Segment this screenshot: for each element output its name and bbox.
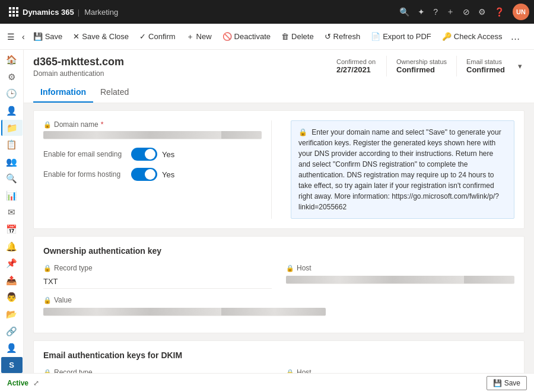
sidebar-item-s[interactable]: S [1, 357, 23, 373]
footer-left: Active ⤢ [7, 379, 39, 387]
enable-email-knob [145, 149, 155, 160]
check-access-button[interactable]: 🔑 Check Access [437, 28, 507, 44]
info-lock-icon: 🔒 [298, 128, 307, 136]
ownership-label: Ownership status [396, 58, 447, 65]
ownership-value: Confirmed [396, 65, 447, 74]
svg-rect-2 [16, 7, 18, 9]
dkim-row1-host-label: 🔒 Host [286, 368, 514, 373]
dkim-r1-lock-icon: 🔒 [43, 369, 52, 374]
ownership-section-title: Ownership authentication key [43, 246, 514, 256]
save-close-icon: ✕ [73, 32, 80, 41]
svg-rect-6 [9, 14, 11, 17]
ownership-value-label: 🔒 Value [43, 296, 514, 304]
footer-status: Active [7, 379, 28, 387]
domain-info-box: 🔒 Enter your domain name and select "Sav… [291, 120, 514, 219]
sidebar-item-home[interactable]: 🏠 [1, 52, 23, 68]
back-button[interactable]: ‹ [20, 30, 27, 44]
domain-info-text: Enter your domain name and select "Save"… [298, 128, 501, 211]
confirm-icon: ✓ [139, 32, 146, 41]
domain-two-col: 🔒 Domain name * Enable for email sending [43, 120, 514, 219]
sidebar-item-link[interactable]: 🔗 [1, 323, 23, 339]
enable-forms-value: Yes [162, 170, 174, 179]
sidebar-item-list[interactable]: 📋 [1, 137, 23, 153]
enable-forms-label: Enable for forms hosting [43, 170, 126, 179]
svg-rect-4 [12, 11, 15, 13]
sidebar-item-people[interactable]: 👥 [1, 154, 23, 170]
sidebar-item-pin[interactable]: 📌 [1, 256, 23, 272]
refresh-button[interactable]: ↺ Refresh [320, 28, 365, 44]
sidebar-item-notifications[interactable]: 🔔 [1, 238, 23, 254]
dkim-r1-host-lock-icon: 🔒 [286, 369, 294, 374]
more-commands-button[interactable]: … [508, 28, 522, 46]
hamburger-button[interactable]: ☰ [5, 30, 17, 44]
filter-icon[interactable]: ⊘ [463, 7, 470, 17]
confirm-button[interactable]: ✓ Confirm [135, 28, 180, 44]
domain-name-label: 🔒 Domain name * [43, 120, 262, 129]
sidebar-item-recent[interactable]: 🕒 [1, 86, 23, 102]
enable-forms-toggle[interactable] [131, 168, 157, 181]
ownership-field-row-2: 🔒 Value [43, 296, 514, 316]
help-icon[interactable]: ? [433, 7, 438, 17]
domain-name-field: 🔒 Domain name * [43, 120, 262, 139]
deactivate-button[interactable]: 🚫 Deactivate [218, 28, 275, 44]
nav-arrows: ☰ ‹ [5, 30, 27, 44]
tabs: Information Related [33, 82, 525, 103]
ownership-value-value [43, 308, 326, 316]
ownership-field-row-1: 🔒 Record type TXT 🔒 Host [43, 264, 514, 289]
sidebar-item-analytics[interactable]: 📊 [1, 188, 23, 204]
sidebar-item-upload[interactable]: 📤 [1, 273, 23, 289]
help2-icon[interactable]: ❓ [494, 7, 504, 17]
ownership-record-type-field: 🔒 Record type TXT [43, 264, 272, 289]
tab-information[interactable]: Information [33, 82, 93, 103]
save-button[interactable]: 💾 Save [28, 28, 68, 44]
copilot-icon[interactable]: ✦ [418, 7, 425, 17]
sidebar-item-search[interactable]: 🔍 [1, 171, 23, 187]
status-confirmed-on: Confirmed on 2/27/2021 [327, 56, 386, 77]
sidebar-item-user[interactable]: 👨 [1, 289, 23, 305]
module-name: Marketing [84, 8, 118, 17]
commandbar: ☰ ‹ 💾 Save ✕ Save & Close ✓ Confirm ＋ Ne… [0, 24, 534, 50]
new-icon: ＋ [186, 31, 194, 42]
settings-icon[interactable]: ⚙ [478, 7, 486, 17]
search-icon[interactable]: 🔍 [399, 7, 409, 17]
footer: Active ⤢ 💾 Save [0, 373, 534, 392]
sidebar-item-account[interactable]: 👤 [1, 340, 23, 356]
save-close-button[interactable]: ✕ Save & Close [68, 28, 134, 44]
ownership-section-card: Ownership authentication key 🔒 Record ty… [33, 236, 525, 333]
topbar-icons: 🔍 ✦ ? ＋ ⊘ ⚙ ❓ UN [399, 4, 529, 20]
main-layout: 🏠 ⚙ 🕒 👤 📁 📋 👥 🔍 📊 ✉ 📅 🔔 📌 📤 👨 📂 🔗 👤 S d3… [0, 50, 534, 373]
apps-menu-button[interactable] [5, 7, 23, 17]
content-area: d365-mkttest.com Domain authentication C… [24, 50, 534, 373]
delete-button[interactable]: 🗑 Delete [276, 28, 319, 44]
avatar[interactable]: UN [513, 4, 529, 20]
enable-forms-knob [145, 169, 155, 180]
dkim-section-card: Email authentication keys for DKIM 🔒 Rec… [33, 340, 525, 373]
sidebar-item-contacts[interactable]: 👤 [1, 103, 23, 119]
ownership-value-lock-icon: 🔒 [43, 297, 52, 304]
sidebar-item-folder[interactable]: 📂 [1, 307, 23, 323]
ownership-record-lock-icon: 🔒 [43, 264, 52, 272]
footer-save-button[interactable]: 💾 Save [487, 376, 527, 390]
domain-section-card: 🔒 Domain name * Enable for email sending [33, 110, 525, 229]
confirmed-on-value: 2/27/2021 [336, 65, 377, 74]
sidebar-item-calendar[interactable]: 📅 [1, 222, 23, 238]
status-chevron[interactable]: ▾ [516, 59, 525, 73]
svg-rect-1 [12, 7, 15, 9]
tab-related[interactable]: Related [93, 82, 136, 103]
ownership-record-type-label: 🔒 Record type [43, 264, 272, 272]
sidebar-item-settings[interactable]: ⚙ [1, 69, 23, 85]
footer-save-icon: 💾 [493, 379, 502, 387]
record-title-area: d365-mkttest.com Domain authentication [33, 56, 124, 78]
sidebar-item-active[interactable]: 📁 [1, 120, 23, 136]
new-button[interactable]: ＋ New [182, 28, 217, 46]
topbar: Dynamics 365 | Marketing 🔍 ✦ ? ＋ ⊘ ⚙ ❓ U… [0, 0, 534, 24]
record-status-bar: Confirmed on 2/27/2021 Ownership status … [327, 56, 525, 77]
sidebar-item-email[interactable]: ✉ [1, 205, 23, 221]
record-subtitle: Domain authentication [33, 69, 124, 78]
export-pdf-button[interactable]: 📄 Export to PDF [366, 28, 436, 44]
enable-email-toggle[interactable] [131, 148, 157, 161]
footer-expand-icon[interactable]: ⤢ [33, 379, 39, 387]
add-icon[interactable]: ＋ [446, 7, 454, 17]
save-icon: 💾 [33, 32, 43, 41]
enable-forms-toggle-row: Enable for forms hosting Yes [43, 168, 262, 181]
